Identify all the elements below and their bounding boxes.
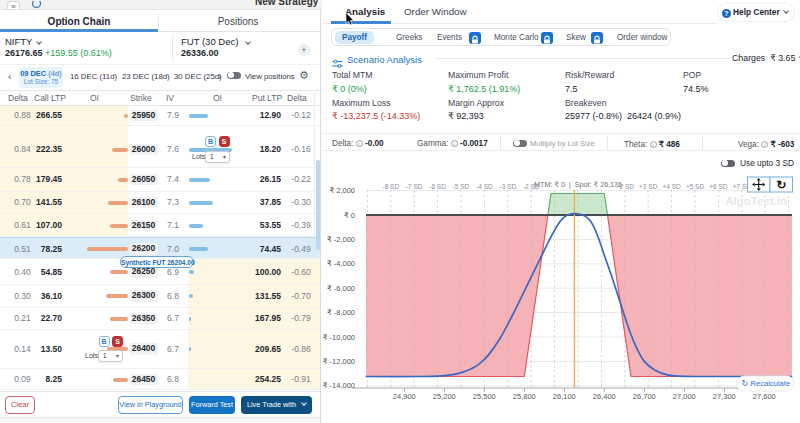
svg-text:26,100: 26,100 — [553, 392, 576, 401]
svg-text:+5 SD: +5 SD — [686, 183, 705, 190]
svg-text:₹ -14,000: ₹ -14,000 — [323, 381, 355, 390]
svg-text:25,800: 25,800 — [513, 392, 536, 401]
svg-text:₹ -8,000: ₹ -8,000 — [327, 308, 355, 317]
svg-text:Recalculate: Recalculate — [751, 379, 791, 388]
svg-text:MTM: ₹ 0 | Spot: ₹ 26,176: MTM: ₹ 0 | Spot: ₹ 26,176 — [534, 180, 622, 189]
svg-text:₹ 2,000: ₹ 2,000 — [329, 186, 355, 195]
svg-text:-4 SD: -4 SD — [476, 183, 493, 190]
svg-text:+6 SD: +6 SD — [709, 183, 728, 190]
svg-text:-5 SD: -5 SD — [453, 183, 470, 190]
svg-text:-3 SD: -3 SD — [499, 183, 516, 190]
svg-text:+3 SD: +3 SD — [639, 183, 658, 190]
svg-text:25,500: 25,500 — [473, 392, 496, 401]
svg-text:26,700: 26,700 — [633, 392, 656, 401]
svg-text:₹ 0: ₹ 0 — [344, 211, 355, 220]
svg-text:+4 SD: +4 SD — [662, 183, 681, 190]
svg-text:24,900: 24,900 — [393, 392, 416, 401]
svg-text:-8 SD: -8 SD — [382, 183, 399, 190]
svg-text:AlgoTest.in: AlgoTest.in — [725, 195, 787, 207]
svg-text:27,600: 27,600 — [753, 392, 776, 401]
svg-text:₹ -4,000: ₹ -4,000 — [327, 259, 355, 268]
svg-text:₹ -12,000: ₹ -12,000 — [323, 357, 355, 366]
svg-text:-7 SD: -7 SD — [406, 183, 423, 190]
svg-text:₹ -2,000: ₹ -2,000 — [327, 235, 355, 244]
svg-text:26,400: 26,400 — [593, 392, 616, 401]
svg-text:↻: ↻ — [742, 379, 749, 388]
svg-text:₹ -6,000: ₹ -6,000 — [327, 284, 355, 293]
svg-text:↻: ↻ — [776, 178, 786, 192]
svg-text:25,200: 25,200 — [433, 392, 456, 401]
svg-text:-6 SD: -6 SD — [429, 183, 446, 190]
svg-text:27,000: 27,000 — [673, 392, 696, 401]
svg-text:₹ -10,000: ₹ -10,000 — [323, 333, 355, 342]
svg-text:27,300: 27,300 — [713, 392, 736, 401]
